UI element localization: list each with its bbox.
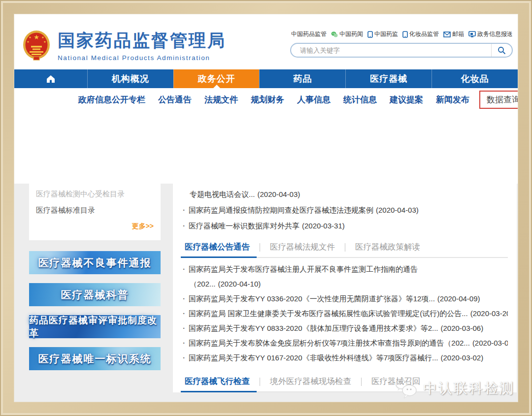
content-region: 医疗器械检测中心受检目录 医疗器械标准目录 更多>> 医疗器械不良事件通报 医疗… [14,184,518,402]
page: ★ ★ ★ ★ ★ 国家药品监督管理局 National Medical Pro… [14,14,518,402]
home-icon [46,74,56,83]
mail-icon [443,32,451,37]
news-title: 国家药监局关于发布YY 0336-2020《一次性使用无菌阴道扩张器》等12项.… [189,291,435,306]
news-item-wrap-line[interactable]: （202... (2020-04-10) [182,277,508,291]
news-title: 国家药监局通报疫情防控期间查处医疗器械违法违规案例 [189,202,373,218]
news-item[interactable]: · 医疗器械唯一标识数据库对外共享 (2020-03-31) [182,218,508,234]
quick-link-mail[interactable]: 邮箱 [443,30,464,38]
banner-adverse-event-reports[interactable]: 医疗器械不良事件通报 [29,251,161,274]
subnav-item-data-query-highlighted[interactable]: 数据查询 [479,91,518,109]
tabbar-announcements: 医疗器械公告通告 医疗器械法规文件 医疗器械政策解读 [182,237,508,258]
quick-link-wechat[interactable]: 中国药闻 [331,30,363,38]
subnav-item-personnel[interactable]: 人事信息 [297,94,331,105]
monitor-icon [468,31,476,38]
tab-device-recall[interactable]: 医疗器械召回 [362,376,430,387]
subnav: 政府信息公开专栏 公告通告 法规文件 规划财务 人事信息 统计信息 建议提案 新… [14,88,518,111]
quick-link-label: 化妆品监管 [409,30,439,38]
news-date: (2020-04-03) [258,187,300,202]
bullet: · [183,321,185,336]
quick-link-label: 中国药品监管 [291,30,327,38]
bullet: · [183,202,185,218]
news-date: (2020-03-06) [440,321,483,336]
tab-device-announcements[interactable]: 医疗器械公告通告 [182,242,260,253]
header: ★ ★ ★ ★ ★ 国家药品监督管理局 National Medical Pro… [14,14,518,69]
top-news-list: 专题电视电话会议... (2020-04-03) · 国家药监局通报疫情防控期间… [182,187,508,234]
news-item[interactable]: · 国家药监局关于发布胶体金免疫层析分析仪等7项注册技术审查指导原则的通告（20… [182,336,508,351]
quick-link-cosmetics[interactable]: 化妆品监管 [402,30,439,38]
subnav-item-regulations[interactable]: 法规文件 [204,94,238,105]
subnav-item-planning-finance[interactable]: 规划财务 [251,94,284,105]
banner-review-reform[interactable]: 药品医疗器械审评审批制度改革 [29,315,161,338]
news-title: 国家药监局关于发布医疗器械注册人开展不良事件监测工作指南的通告 [189,262,418,277]
quick-link-app[interactable]: 中国药监 [367,30,398,38]
quick-link-report[interactable]: 政务信息报送 [468,30,513,38]
tab-device-regulations[interactable]: 医疗器械法规文件 [260,242,345,253]
nav-item-home[interactable] [14,69,87,88]
news-item[interactable]: · 国家药监局通报疫情防控期间查处医疗器械违法违规案例 (2020-04-03) [182,202,508,218]
bullet: · [183,291,185,306]
nav-item-about[interactable]: 机构概况 [87,69,173,88]
news-date: (2020-03-05) [472,336,508,351]
news-date: (2020-04-10) [218,277,261,291]
svg-text:★: ★ [41,36,44,39]
brand-titles: 国家药品监督管理局 National Medical Products Admi… [58,29,226,62]
sidebar: 医疗器械检测中心受检目录 医疗器械标准目录 更多>> 医疗器械不良事件通报 医疗… [29,184,161,402]
announcement-news-list: · 国家药监局关于发布医疗器械注册人开展不良事件监测工作指南的通告 （202..… [182,262,508,365]
tab-device-policy[interactable]: 医疗器械政策解读 [345,242,430,253]
news-date: (2020-03-31) [302,218,345,234]
news-title: 国家药监局关于发布YY 0167-2020《非吸收性外科缝线》等7项医疗器械行.… [189,351,438,365]
quick-link-label: 邮箱 [452,30,464,38]
main-navbar: 机构概况 政务公开 药品 医疗器械 化妆品 [14,69,518,88]
quick-link-weibo[interactable]: 中国药品监管 [290,30,327,38]
wechat-icon [331,31,338,38]
subnav-item-news-release[interactable]: 新闻发布 [436,94,469,105]
nav-item-gov-affairs[interactable]: 政务公开 [173,69,260,88]
news-date: (2020-03-02) [440,351,483,365]
subnav-item-proposals[interactable]: 建议提案 [390,94,423,105]
bullet: · [183,262,185,277]
news-title: （202... [190,277,216,291]
more-link[interactable]: 更多>> [36,222,154,231]
quick-link-label: 政务信息报送 [477,30,513,38]
banner-device-science[interactable]: 医疗器械科普 [29,283,161,306]
news-title: 国家药监局关于发布YY 0833-2020《肢体加压理疗设备通用技术要求》等2.… [189,321,438,336]
empty-area [14,111,518,184]
news-date: (2020-04-09) [437,291,480,306]
news-title: 医疗器械唯一标识数据库对外共享 [189,218,299,234]
news-item[interactable]: · 国家药监局关于发布YY 0833-2020《肢体加压理疗设备通用技术要求》等… [182,321,508,336]
tab-flight-inspection[interactable]: 医疗器械飞行检查 [182,376,260,387]
subnav-item-statistics[interactable]: 统计信息 [343,94,377,105]
tab-overseas-inspection[interactable]: 境外医疗器械现场检查 [260,376,361,387]
search-input[interactable] [291,47,491,54]
news-item[interactable]: 专题电视电话会议... (2020-04-03) [182,187,508,202]
subnav-item-announcements[interactable]: 公告通告 [158,94,192,105]
search-icon [498,46,506,55]
nav-item-medical-devices[interactable]: 医疗器械 [345,69,432,88]
sidebar-item-testing-center-catalog[interactable]: 医疗器械检测中心受检目录 [36,186,154,202]
news-item[interactable]: · 国家药监局关于发布YY 0167-2020《非吸收性外科缝线》等7项医疗器械… [182,351,508,365]
search-button[interactable] [491,44,512,57]
phone-icon [367,31,373,38]
photo-frame: ★ ★ ★ ★ ★ 国家药品监督管理局 National Medical Pro… [0,0,532,416]
national-emblem-icon: ★ ★ ★ ★ ★ [22,30,51,61]
sidebar-item-standards-catalog[interactable]: 医疗器械标准目录 [36,202,154,218]
news-date: (2020-03-20) [470,306,508,321]
brand: ★ ★ ★ ★ ★ 国家药品监督管理局 National Medical Pro… [22,21,226,69]
svg-text:★: ★ [33,33,39,41]
nav-item-drugs[interactable]: 药品 [259,69,345,88]
nav-item-label: 政务公开 [198,73,235,85]
banner-udi-system[interactable]: 医疗器械唯一标识系统 [29,347,161,370]
subnav-item-gov-info[interactable]: 政府信息公开专栏 [78,94,145,105]
bullet: · [183,336,185,351]
news-item[interactable]: · 国家药监局 国家卫生健康委关于发布医疗器械拓展性临床试验管理规定(试行)的公… [182,306,508,321]
header-right: 中国药品监管 中国药闻 [290,30,513,69]
news-item[interactable]: · 国家药监局关于发布医疗器械注册人开展不良事件监测工作指南的通告 [182,262,508,277]
quick-link-label: 中国药监 [374,30,398,38]
sidebar-list-card: 医疗器械检测中心受检目录 医疗器械标准目录 更多>> [29,184,161,240]
site-subtitle: National Medical Products Administration [58,54,226,62]
news-item[interactable]: · 国家药监局关于发布YY 0336-2020《一次性使用无菌阴道扩张器》等12… [182,291,508,306]
news-title: 专题电视电话会议... [190,187,255,202]
news-date: (2020-04-03) [376,202,419,218]
svg-text:★: ★ [29,36,31,39]
nav-item-cosmetics[interactable]: 化妆品 [432,69,518,88]
